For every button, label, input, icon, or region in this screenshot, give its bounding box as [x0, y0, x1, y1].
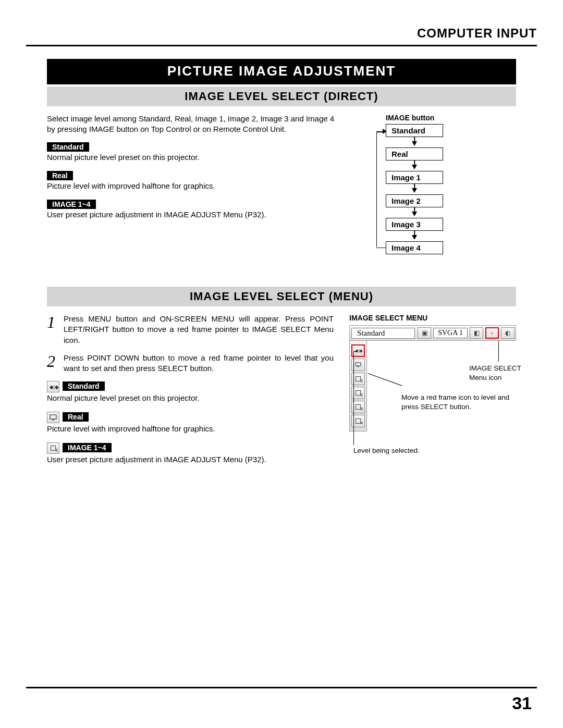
diamonds-icon: ◆◇◆: [47, 381, 59, 392]
flow-item-real: Real: [386, 147, 443, 161]
footer-rule: [26, 687, 537, 688]
direct-intro: Select image level among Standard, Real,…: [47, 114, 344, 135]
flow-diagram: Standard Real Image 1 Image 2 Image 3 Im…: [360, 124, 516, 254]
menu-mock-title: IMAGE SELECT MENU: [349, 314, 516, 322]
step-1-text: Press MENU button and ON-SCREEN MENU wil…: [64, 314, 334, 346]
menu-bar-svga: SVGA 1: [433, 328, 468, 338]
callout-level-selected: Level being selected.: [353, 446, 458, 455]
menu-section: 1 Press MENU button and ON-SCREEN MENU w…: [47, 314, 516, 473]
square-1-icon: 1: [47, 442, 59, 454]
svg-rect-0: [50, 415, 56, 419]
direct-section: Select image level among Standard, Real,…: [47, 114, 516, 265]
label-real: Real: [47, 171, 73, 180]
step-number-1: 1: [47, 314, 55, 330]
label-standard: Standard: [47, 142, 89, 152]
subsection-menu-title: IMAGE LEVEL SELECT (MENU): [47, 287, 516, 306]
menu-column: ◆◇◆ 1 2 3 4: [349, 341, 367, 431]
desc-image14: User preset picture adjustment in IMAGE …: [47, 210, 344, 219]
monitor-icon: [47, 412, 59, 423]
flow-item-image1: Image 1: [386, 171, 443, 184]
flow-title: IMAGE button: [360, 114, 516, 122]
flow-item-image3: Image 3: [386, 218, 443, 231]
desc-standard: Normal picture level preset on this proj…: [47, 153, 344, 162]
flow-item-image4: Image 4: [386, 241, 443, 254]
image-select-icon: ▫: [485, 327, 499, 339]
section-header: COMPUTER INPUT: [26, 26, 537, 46]
menu-label-image14: IMAGE 1~4: [63, 443, 112, 452]
page-number: 31: [512, 693, 532, 713]
desc-real: Picture level with improved halftone for…: [47, 181, 344, 190]
svg-rect-3: [357, 366, 359, 367]
menu-mock: Standard ▣ SVGA 1 ◧ ▫ ◐ ◆◇◆ 1 2 3 4 IMAG…: [349, 325, 516, 431]
callout-menu-icon: IMAGE SELECT Menu icon: [469, 364, 532, 382]
menu-desc-standard: Normal picture level preset on this proj…: [47, 393, 334, 402]
menu-label-real: Real: [63, 412, 89, 422]
svg-rect-2: [356, 363, 361, 366]
menu-desc-image14: User preset picture adjustment in IMAGE …: [47, 455, 334, 464]
flow-item-image2: Image 2: [386, 194, 443, 207]
input-icon: ▣: [418, 327, 431, 339]
next-icon: ◐: [501, 327, 515, 339]
subsection-direct-title: IMAGE LEVEL SELECT (DIRECT): [47, 87, 516, 106]
menu-label-standard: Standard: [63, 381, 105, 391]
page-title-bar: PICTURE IMAGE ADJUSTMENT: [47, 59, 516, 84]
menu-desc-real: Picture level with improved halftone for…: [47, 424, 334, 433]
step-number-2: 2: [47, 353, 55, 369]
pc-adjust-icon: ◧: [470, 327, 483, 339]
flow-item-standard: Standard: [386, 124, 443, 137]
callout-move-frame: Move a red frame icon to level and press…: [401, 393, 516, 411]
step-2-text: Press POINT DOWN button to move a red fr…: [64, 353, 334, 374]
menu-bar-text: Standard: [351, 328, 415, 339]
label-image14: IMAGE 1~4: [47, 200, 96, 209]
svg-rect-1: [52, 419, 54, 421]
